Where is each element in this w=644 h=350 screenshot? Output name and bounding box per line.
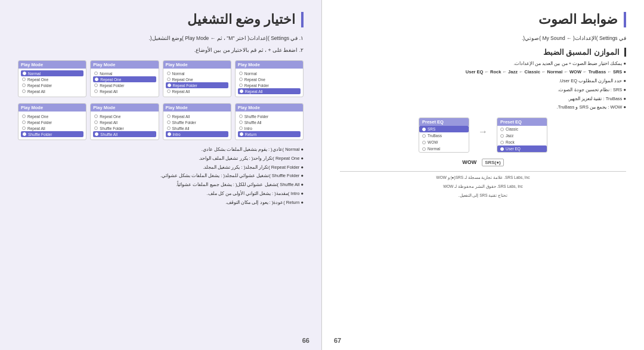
radio-icon — [500, 134, 504, 138]
pm1-repeat-folder: Repeat Folder — [21, 82, 83, 88]
play-mode-header-8: Play Mode — [236, 104, 303, 111]
radio-icon — [239, 114, 243, 118]
radio-icon — [95, 132, 98, 136]
radio-icon — [239, 78, 243, 81]
pm1-repeat-all: Repeat All — [21, 88, 83, 94]
play-mode-card-1: Play Mode Normal Repeat One Repeat Folde… — [18, 60, 86, 97]
radio-icon — [94, 72, 98, 75]
footnote-3: ﺗﺤﺘﺎﺝ ﺗﻘﻨﻴﺔ SRS ﺇﻟﻰ ﺍﻟﺘﻔﻌﻴﻞ. — [340, 193, 626, 199]
radio-icon — [94, 114, 98, 118]
pm4-repeat-all: Repeat All — [238, 88, 301, 94]
play-mode-header-5: Play Mode — [18, 104, 86, 111]
left-page-header: ضوابط الصوت — [340, 12, 626, 27]
radio-icon — [94, 83, 98, 87]
eq-jazz: Jazz — [497, 132, 547, 139]
bullet-shuffle-all: Shuffle All )ﺗﺸﻐﻴﻞ ﻋﺸﻮﺍﺋﻲ ﻟﻠﻜﻞ( : ﻳﺸﻐﻞ ﺟ… — [18, 181, 304, 189]
pm5-repeat-all: Repeat All — [21, 125, 83, 131]
left-bullet-list: ﻳﻤﻜﻨﻚ ﺍﺧﺘﻴﺎﺭ ﺿﺒﻂ ﺍﻟﺼﻮﺕ + ﻣﻦ ﺑﻴﻦ ﺍﻟﻌﺪﻳﺪ ﻣ… — [340, 60, 626, 112]
eq-trubass: TruBass — [419, 132, 469, 139]
play-mode-header-4: Play Mode — [236, 61, 303, 69]
wow-label: WOW — [462, 159, 476, 165]
play-mode-card-5: Play Mode Repeat One Repeat Folder Repea… — [18, 103, 86, 140]
pm2-repeat-all: Repeat All — [93, 88, 156, 94]
right-intro-line2: ٢. ﺍﺿﻐﻂ ﻋﻠﻰ + ، ﺛﻢ ﻗﻢ ﺑﺎﻻﺧﺘﻴﺎﺭ ﻣﻦ ﺑﻴﻦ ﺍﻷ… — [18, 47, 304, 55]
eq-box-right: Preset EQ Classic Jazz Rock User EQ — [497, 117, 547, 153]
left-bullet-1: ﻳﻤﻜﻨﻚ ﺍﺧﺘﻴﺎﺭ ﺿﺒﻂ ﺍﻟﺼﻮﺕ + ﻣﻦ ﺑﻴﻦ ﺍﻟﻌﺪﻳﺪ ﻣ… — [340, 60, 626, 68]
radio-icon — [422, 141, 426, 144]
play-mode-grid-row1: Play Mode Normal Repeat One Repeat Folde… — [18, 60, 304, 97]
radio-icon — [167, 114, 171, 118]
pm6-repeat-all: Repeat All — [93, 119, 156, 125]
radio-icon — [22, 89, 26, 93]
right-bullet-list: Normal )ﻋﺎﺩﻱ( : ﻳﻘﻮﻡ ﺑﺘﺸﻐﻴﻞ ﺍﻟﻤﻠﻔﺎﺕ ﺑﺸﻜﻞ… — [18, 146, 304, 206]
play-mode-card-2: Play Mode Normal Repeat One Repeat Folde… — [90, 60, 159, 97]
pm8-shuffle-folder: Shuffle Folder — [238, 113, 301, 119]
left-page: ضوابط الصوت ﻓﻲ Settings )ﺍﻹﻋﺪﺍﺩﺍﺕ( ← My … — [322, 0, 644, 350]
radio-icon — [422, 147, 426, 151]
radio-icon — [500, 141, 504, 144]
right-intro-line1: ١. ﻓﻲ Settings )إعدادات( ﺍﺧﺘﺮ "M" ، ﺛﻢ ←… — [18, 35, 304, 43]
left-bullet-trubass: TruBass : ﺗﻘﻨﻴﺔ ﻟﺘﻌﺰﻳﺰ ﺍﻟﺠﻬﻴﺮ. — [340, 95, 626, 103]
pm2-repeat-one: Repeat One — [93, 76, 156, 82]
pm3-repeat-folder: Repeat Folder — [166, 82, 228, 88]
pm2-normal: Normal — [93, 70, 156, 76]
radio-icon — [168, 132, 171, 136]
pm6-shuffle-folder: Shuffle Folder — [93, 125, 156, 131]
radio-icon — [22, 114, 26, 118]
radio-icon — [167, 89, 171, 93]
radio-icon — [168, 83, 171, 87]
pm7-shuffle-folder: Shuffle Folder — [166, 119, 228, 125]
radio-icon — [422, 128, 426, 131]
eq-wow: WOW — [419, 139, 469, 145]
pm4-repeat-folder: Repeat Folder — [238, 82, 301, 88]
srs-logo-area: WOW SRS(●) — [340, 159, 626, 166]
radio-icon — [22, 126, 26, 130]
play-mode-header-2: Play Mode — [91, 61, 158, 69]
eq-srs: SRS — [419, 126, 469, 132]
bullet-normal: Normal )ﻋﺎﺩﻱ( : ﻳﻘﻮﻡ ﺑﺘﺸﻐﻴﻞ ﺍﻟﻤﻠﻔﺎﺕ ﺑﺸﻜﻞ… — [18, 146, 304, 154]
radio-icon — [94, 89, 98, 93]
right-page-header: اختيار وضع التشغيل — [18, 12, 304, 27]
radio-icon — [240, 132, 243, 136]
pm4-normal: Normal — [238, 70, 301, 76]
pm7-repeat-all: Repeat All — [166, 113, 228, 119]
pm1-repeat-one: Repeat One — [21, 76, 83, 82]
eq-box-left: Preset EQ SRS TruBass WOW Normal — [419, 117, 469, 153]
left-bullet-srs: SRS : ﻧﻈﺎﻡ ﺗﺤﺴﻴﻦ ﺟﻮﺩﺓ ﺍﻟﺼﻮﺕ. — [340, 86, 626, 94]
left-bullet-3: ﺣﺪﺩ ﺍﻟﻤﻮﺍﺯﻥ ﺍﻟﻤﻄﻠﻮﺏ User EQ. — [340, 78, 626, 85]
bullet-repeat-folder: Repeat Folder )ﺗﻜﺮﺍﺭ ﺍﻟﻤﺠﻠﺪ( : ﻳﻜﺮﺭ ﺗﺸﻐﻴ… — [18, 164, 304, 172]
eq-box-left-header: Preset EQ — [419, 118, 469, 126]
radio-icon — [167, 78, 171, 81]
left-section-title: الموازن المسبق الضبط — [340, 48, 626, 57]
eq-classic: Classic — [497, 126, 547, 132]
eq-rock: Rock — [497, 139, 547, 145]
play-mode-header-1: Play Mode — [18, 61, 86, 69]
play-mode-header-6: Play Mode — [91, 104, 158, 111]
play-mode-card-7: Play Mode Repeat All Shuffle Folder Shuf… — [163, 103, 231, 140]
eq-boxes: Preset EQ SRS TruBass WOW Normal → Prese… — [340, 117, 626, 153]
radio-icon — [240, 89, 243, 93]
pm5-repeat-folder: Repeat Folder — [21, 119, 83, 125]
radio-icon — [500, 147, 504, 151]
footnote-1: SRS Labs, Inc. ﻋﻼﻣﺔ ﺗﺠﺎﺭﻳﺔ ﻣﺴﺠﻠﺔ ﻟـ SRS(… — [340, 175, 626, 181]
bullet-shuffle-folder: Shuffle Folder )ﺗﺸﻐﻴﻞ ﻋﺸﻮﺍﺋﻲ ﻟﻠﻤﺠﻠﺪ( : ﻳ… — [18, 172, 304, 180]
bullet-return: Return )ﻋﻮﺩﺓ( : ﻳﻌﻮﺩ ﺇﻟﻰ ﻣﻜﺎﻥ ﺍﻟﺘﻮﻗﻒ. — [18, 199, 304, 207]
play-mode-card-6: Play Mode Repeat One Repeat All Shuffle … — [90, 103, 159, 140]
pm6-repeat-one: Repeat One — [93, 113, 156, 119]
play-mode-card-3: Play Mode Normal Repeat One Repeat Folde… — [163, 60, 231, 97]
radio-icon — [23, 72, 26, 75]
pm3-repeat-all: Repeat All — [166, 88, 228, 94]
left-bullet-2: User EQ ← Rock ← Jazz ← Classic ← Normal… — [340, 69, 626, 76]
left-page-number: 67 — [334, 337, 341, 344]
radio-icon — [239, 72, 243, 75]
pm3-normal: Normal — [166, 70, 228, 76]
right-page-title: اختيار وضع التشغيل — [187, 12, 304, 27]
pm4-repeat-one: Repeat One — [238, 76, 301, 82]
bullet-repeat-one: Repeat One )ﺗﻜﺮﺍﺭ ﻭﺍﺣﺪ( : ﻳﻜﺮﺭ ﺗﺸﻐﻴﻞ ﺍﻟﻤ… — [18, 155, 304, 163]
pm7-shuffle-all: Shuffle All — [166, 125, 228, 131]
pm2-repeat-folder: Repeat Folder — [93, 82, 156, 88]
radio-icon — [167, 126, 171, 130]
radio-icon — [500, 128, 504, 131]
eq-box-right-header: Preset EQ — [497, 118, 547, 126]
play-mode-header-7: Play Mode — [163, 104, 231, 111]
